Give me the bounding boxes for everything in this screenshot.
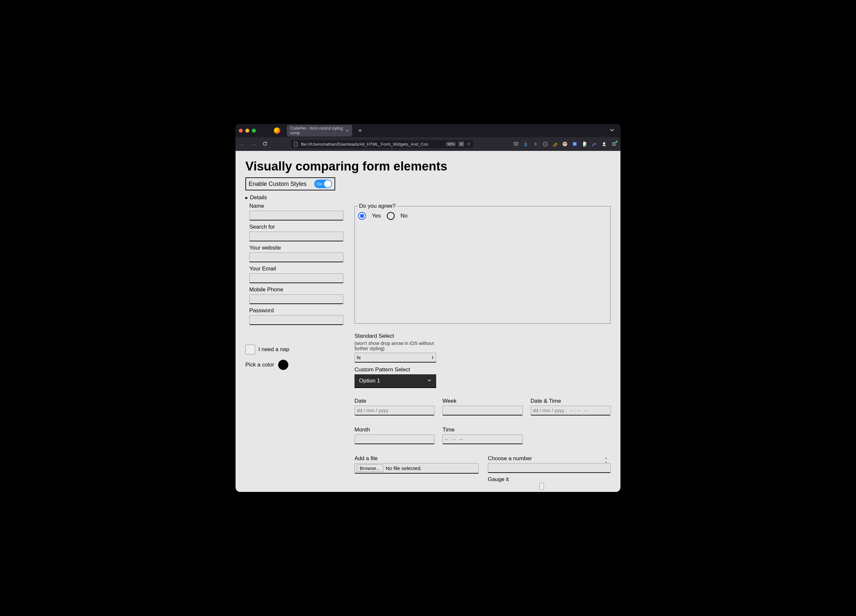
phone-input[interactable] [249,294,343,304]
custom-styles-switch[interactable]: On [314,180,332,188]
svg-point-7 [585,144,587,146]
ext-icon-4[interactable] [562,141,568,147]
tab-strip: CodePen - form control styling comp ✕ + [236,124,620,137]
ext-icon-6[interactable] [582,141,587,147]
ext-icon-7[interactable] [592,141,597,147]
number-input[interactable] [488,463,611,473]
svg-point-1 [563,142,567,146]
details-label: Details [250,194,267,201]
email-input[interactable] [249,273,343,283]
name-label: Name [249,203,343,209]
browser-window: CodePen - form control styling comp ✕ + … [236,124,620,492]
mid-column: I need a nap Pick a color [245,328,343,388]
phone-label: Mobile Phone [249,286,343,293]
url-bar[interactable]: file:///Users/nathan/Downloads/All_HTML_… [291,140,473,148]
firefox-logo-icon [274,128,280,134]
datetime-label: Date & Time [531,398,611,404]
menu-icon[interactable] [611,141,616,147]
time-input[interactable] [442,435,522,444]
svg-rect-6 [573,144,576,145]
month-label: Month [354,427,434,433]
tab-title: CodePen - form control styling comp [290,126,343,135]
page-heading: Visually comparing form elements [245,160,611,174]
toolbar-extensions [513,141,616,147]
number-spinner-icon[interactable]: ▲▼ [605,456,609,464]
close-tab-icon[interactable]: ✕ [346,128,349,133]
bottom-grid: Add a file Browse... No file selected. C… [354,455,611,492]
nap-checkbox[interactable] [245,344,255,354]
standard-select[interactable]: hi ▲▼ [354,353,436,363]
close-window-button[interactable] [239,129,243,133]
standard-select-note: (won't show drop arrow in iOS without fu… [354,341,436,351]
agree-legend: Do you agree? [358,203,397,209]
url-text: file:///Users/nathan/Downloads/All_HTML_… [301,142,443,147]
ext-icon-2[interactable] [543,141,548,147]
gauge-label: Gauge it [488,476,611,483]
name-input[interactable] [249,210,343,220]
website-input[interactable] [249,252,343,262]
agree-fieldset: Do you agree? Yes No [354,203,611,324]
minimize-window-button[interactable] [245,129,249,133]
svg-point-2 [563,143,565,144]
forward-button[interactable]: → [251,141,257,147]
radio-yes-label: Yes [372,213,381,219]
datetime-input[interactable] [531,406,611,415]
search-input[interactable] [249,232,343,241]
svg-point-3 [565,143,566,144]
ext-icon-1[interactable] [533,141,538,147]
standard-select-value: hi [357,355,361,360]
custom-styles-toggle-box: Enable Custom Styles On [245,177,335,190]
new-tab-button[interactable]: + [356,127,365,135]
ext-icon-8[interactable] [602,141,607,147]
ext-icon-3[interactable] [553,141,558,147]
week-label: Week [442,398,522,404]
text-inputs-column: Name Search for Your website Your Email … [245,203,343,328]
browse-button[interactable]: Browse... [357,464,383,472]
file-label: Add a file [354,455,479,462]
file-input[interactable]: Browse... No file selected. [354,463,479,473]
email-label: Your Email [249,266,343,272]
standard-select-label: Standard Select [354,333,436,339]
svg-point-8 [592,145,593,146]
radio-no[interactable] [387,212,395,220]
tabs-dropdown-icon[interactable] [609,128,614,134]
file-icon [293,141,298,147]
details-disclosure[interactable]: ▶ Details [245,194,611,201]
week-input[interactable] [442,406,522,415]
password-input[interactable] [249,315,343,325]
switch-knob [324,180,331,187]
bookmark-star-icon[interactable]: ☆ [466,141,471,147]
search-label: Search for [249,224,343,230]
back-button[interactable]: ← [240,141,246,147]
reload-button[interactable] [262,141,268,147]
ext-icon-5[interactable] [572,141,577,147]
radio-yes[interactable] [358,212,366,220]
range-slider[interactable] [488,485,611,488]
month-input[interactable] [354,435,434,444]
date-input[interactable] [354,406,434,415]
zoom-badge[interactable]: 90% [446,142,456,146]
downloads-icon[interactable] [523,141,528,147]
website-label: Your website [249,245,343,251]
file-status: No file selected. [386,465,422,471]
svg-rect-5 [573,143,576,143]
maximize-window-button[interactable] [252,129,256,133]
nap-label: I need a nap [259,346,289,353]
select-arrows-icon: ▲▼ [431,356,434,359]
nav-toolbar: ← → file:///Users/nathan/Downloads/All_H… [236,137,620,151]
custom-select[interactable]: Option 1 [354,374,436,388]
number-label: Choose a number [488,455,611,462]
slider-thumb[interactable] [539,483,544,490]
page-content: Visually comparing form elements Enable … [236,151,620,492]
custom-select-value: Option 1 [359,378,380,384]
color-input[interactable] [278,359,288,370]
browser-tab[interactable]: CodePen - form control styling comp ✕ [287,125,352,137]
color-label: Pick a color [245,361,274,368]
date-label: Date [354,398,434,404]
pocket-icon[interactable] [513,141,519,147]
selects-column: Standard Select (won't show drop arrow i… [354,333,436,388]
switch-state: On [317,181,322,186]
svg-point-9 [603,143,605,145]
reader-mode-icon[interactable] [459,142,464,146]
disclosure-triangle-icon: ▶ [245,196,248,200]
